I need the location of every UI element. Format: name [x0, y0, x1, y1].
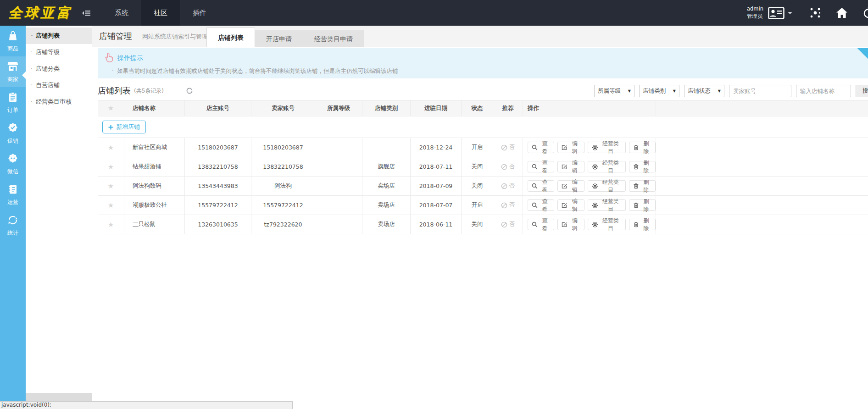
- view-button[interactable]: 查看: [528, 161, 554, 172]
- cell-status: 关闭: [462, 177, 493, 196]
- sidebar-item-statistics[interactable]: 统计: [0, 210, 26, 241]
- sidebar-item-label: 统计: [7, 229, 18, 237]
- chevron-down-icon: ▼: [673, 89, 676, 93]
- submenu-item-shop-list[interactable]: 店铺列表: [26, 28, 92, 44]
- hand-pointer-icon: [104, 52, 113, 64]
- type-filter-select[interactable]: 店铺类别▼: [639, 85, 679, 97]
- category-button[interactable]: 经营类目: [588, 199, 626, 211]
- add-shop-button[interactable]: 新增店铺: [102, 121, 146, 133]
- delete-button[interactable]: 删除: [629, 219, 656, 230]
- cell-star: ★: [98, 138, 124, 157]
- table-body: ★ 新富社区商城 15180203687 15180203687 2018-12…: [98, 138, 868, 234]
- top-menu-community[interactable]: 社区: [141, 0, 180, 26]
- sidebar-item-orders[interactable]: 订单: [0, 87, 26, 118]
- cell-recommend: 否: [493, 177, 523, 196]
- cell-type: 旗舰店: [362, 157, 411, 177]
- ban-icon: [501, 221, 507, 228]
- level-filter-select[interactable]: 所属等级▼: [594, 85, 634, 97]
- refresh-icon[interactable]: [186, 87, 193, 94]
- page-subtitle: 网站系统店铺索引与管理: [142, 33, 208, 41]
- cell-recommend: 否: [493, 138, 523, 157]
- tab-shop-list[interactable]: 店铺列表: [206, 28, 255, 47]
- sidebar-item-goods[interactable]: 商品: [0, 26, 26, 56]
- view-button[interactable]: 查看: [528, 142, 554, 153]
- main-content: 店铺管理 网站系统店铺索引与管理 店铺列表 开店申请 经营类目申请 操作提示 如…: [92, 26, 868, 409]
- home-icon[interactable]: [836, 7, 848, 18]
- add-shop-row: 新增店铺: [98, 116, 868, 138]
- search-button[interactable]: 搜索: [856, 85, 868, 97]
- top-menu-plugins[interactable]: 插件: [180, 0, 219, 26]
- cell-operations: 查看 编辑 经营类目 删除: [523, 138, 656, 157]
- star-column-header: ★: [98, 100, 124, 116]
- user-menu-caret-icon[interactable]: [788, 12, 792, 14]
- cell-shop-name: 三只松鼠: [124, 215, 185, 234]
- cell-entry-date: 2018-12-24: [411, 138, 462, 157]
- view-button[interactable]: 查看: [528, 180, 554, 192]
- star-icon[interactable]: ★: [108, 201, 114, 210]
- top-menu-system[interactable]: 系统: [102, 0, 141, 26]
- table-row: ★ 三只松鼠 13263010635 tz792322620 卖场店 2018-…: [98, 215, 868, 234]
- delete-button[interactable]: 删除: [629, 161, 656, 172]
- cell-entry-date: 2018-07-11: [411, 157, 462, 177]
- tab-open-application[interactable]: 开店申请: [255, 30, 303, 47]
- collapse-menu-icon[interactable]: [82, 10, 91, 18]
- cell-status: 关闭: [462, 157, 493, 177]
- storefront-icon: [7, 61, 19, 74]
- order-clipboard-icon: [7, 91, 19, 105]
- sidebar-item-promotion[interactable]: 促销: [0, 118, 26, 149]
- share-network-icon[interactable]: [809, 7, 821, 19]
- col-type: 店铺类别: [362, 100, 411, 116]
- edit-button[interactable]: 编辑: [557, 199, 584, 211]
- star-icon[interactable]: ★: [108, 163, 114, 171]
- category-button[interactable]: 经营类目: [588, 161, 626, 172]
- delete-button[interactable]: 删除: [629, 142, 656, 153]
- status-filter-select[interactable]: 店铺状态▼: [684, 85, 724, 97]
- sidebar-item-operations[interactable]: 运营: [0, 179, 26, 210]
- sidebar-item-wechat[interactable]: 微信: [0, 149, 26, 179]
- star-icon[interactable]: ★: [108, 221, 114, 229]
- edit-pencil-icon: [562, 202, 568, 208]
- cell-level: [315, 215, 362, 234]
- level-filter-label: 所属等级: [598, 87, 621, 95]
- seller-account-input[interactable]: [729, 85, 791, 97]
- delete-button[interactable]: 删除: [629, 199, 656, 211]
- edit-button[interactable]: 编辑: [557, 219, 584, 230]
- record-count: (共5条记录): [134, 87, 164, 95]
- star-icon[interactable]: ★: [108, 182, 114, 190]
- browser-status-bar: javascript:void(0);: [0, 401, 293, 409]
- category-button[interactable]: 经营类目: [588, 142, 626, 153]
- logout-power-icon[interactable]: [862, 7, 868, 19]
- cell-recommend: 否: [493, 196, 523, 215]
- submenu-item-self-shop[interactable]: 自营店铺: [26, 77, 92, 94]
- star-icon[interactable]: ★: [108, 144, 114, 152]
- current-user: admin 管理员: [747, 6, 763, 20]
- col-filler: [656, 100, 868, 116]
- shop-table: ★ 店铺名称 店主账号 卖家账号 所属等级 店铺类别 进驻日期 状态 推荐 操作…: [98, 100, 868, 234]
- edit-button[interactable]: 编辑: [557, 161, 584, 172]
- edit-button[interactable]: 编辑: [557, 180, 584, 192]
- delete-button[interactable]: 删除: [629, 180, 656, 192]
- category-button[interactable]: 经营类目: [588, 180, 626, 192]
- chevron-down-icon: ▼: [718, 89, 721, 93]
- trash-icon: [633, 144, 639, 150]
- view-button[interactable]: 查看: [528, 199, 554, 211]
- cell-owner-account: 15180203687: [185, 138, 251, 157]
- edit-button[interactable]: 编辑: [557, 142, 584, 153]
- filter-bar: 所属等级▼ 店铺类别▼ 店铺状态▼ 搜索: [594, 85, 868, 97]
- cell-level: [315, 177, 362, 196]
- id-card-icon[interactable]: [768, 7, 785, 19]
- submenu-item-shop-grade[interactable]: 店铺等级: [26, 44, 92, 61]
- ban-icon: [501, 183, 507, 189]
- magnifier-icon: [532, 221, 538, 227]
- shop-name-input[interactable]: [796, 85, 851, 97]
- tab-category-application[interactable]: 经营类目申请: [303, 30, 364, 47]
- submenu-item-category-audit[interactable]: 经营类目审核: [26, 94, 92, 110]
- cell-owner-account: 13543443983: [185, 177, 251, 196]
- list-toolbar: 店铺列表 (共5条记录) 所属等级▼ 店铺类别▼ 店铺状态▼ 搜索: [98, 83, 868, 99]
- cell-shop-name: 新富社区商城: [124, 138, 185, 157]
- trash-icon: [633, 183, 639, 189]
- submenu-item-shop-category[interactable]: 店铺分类: [26, 61, 92, 77]
- category-button[interactable]: 经营类目: [588, 219, 626, 230]
- col-status: 状态: [462, 100, 493, 116]
- view-button[interactable]: 查看: [528, 219, 554, 230]
